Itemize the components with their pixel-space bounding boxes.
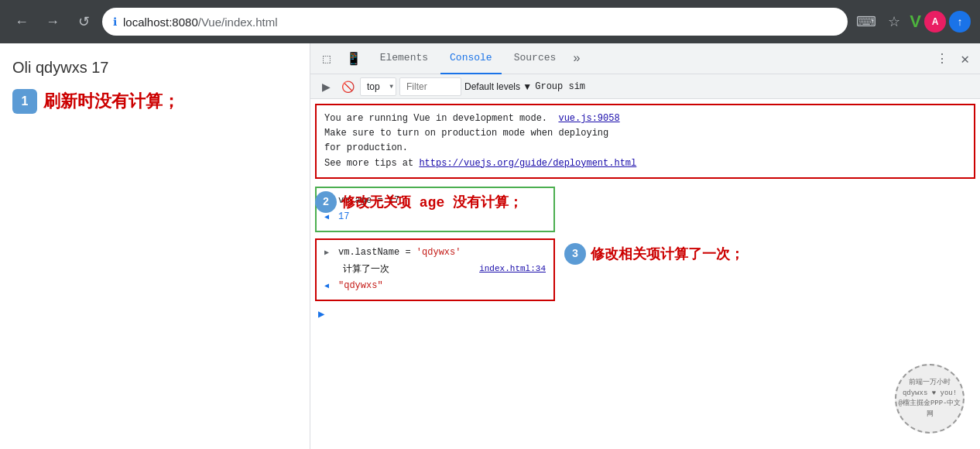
- main-area: Oli qdywxs 17 1 刷新时没有计算； ⬚ 📱 Elements Co…: [0, 43, 980, 449]
- tab-console[interactable]: Console: [440, 43, 502, 74]
- bookmark-icon[interactable]: ☆: [882, 9, 906, 34]
- expand-arrow-2b[interactable]: ◀: [324, 279, 334, 293]
- vue-js-link[interactable]: vue.js:9058: [558, 113, 619, 124]
- devtools-close-button[interactable]: ✕: [956, 50, 974, 67]
- badge-3: 3: [564, 243, 586, 265]
- address-bar[interactable]: ℹ localhost:8080/Vue/index.html: [102, 8, 848, 36]
- vue-line-1: You are running Vue in development mode.…: [324, 111, 966, 126]
- forward-button[interactable]: →: [40, 9, 65, 34]
- translate-icon[interactable]: ⌨: [854, 9, 879, 34]
- console-cmd-lastname: ▶ vm.lastName = 'qdywxs': [324, 245, 546, 262]
- branding-line3: @榴主掘金PPP-中文网: [896, 399, 963, 420]
- annotation-2-text: 修改无关项 age 没有计算；: [341, 193, 523, 211]
- annotation-2: 2 修改无关项 age 没有计算；: [315, 191, 523, 213]
- default-levels-button[interactable]: Default levels ▼: [464, 81, 532, 92]
- annotation-3: 3 修改相关项计算了一次；: [564, 243, 744, 265]
- toolbar-icons: ⌨ ☆ V A ↑: [854, 9, 971, 34]
- vue-line-2: Make sure to turn on production mode whe…: [324, 126, 966, 141]
- branding-line1: 前端一万小时: [909, 378, 951, 389]
- tab-sources[interactable]: Sources: [505, 43, 566, 74]
- reload-button[interactable]: ↺: [71, 9, 96, 34]
- console-prompt: ▶: [310, 304, 980, 324]
- context-select[interactable]: top: [360, 77, 396, 96]
- devtools-menu-icon[interactable]: ⋮: [931, 51, 953, 67]
- back-button[interactable]: ←: [9, 9, 34, 34]
- expand-arrow-1b[interactable]: ◀: [324, 211, 334, 224]
- devtools-topbar: ⬚ 📱 Elements Console Sources » ⋮ ✕: [310, 43, 980, 74]
- annotation-3-text: 修改相关项计算了一次；: [591, 245, 744, 263]
- vue-line-3: for production.: [324, 141, 966, 156]
- page-content: Oli qdywxs 17 1 刷新时没有计算；: [0, 43, 310, 449]
- vuejs-guide-link[interactable]: https://vuejs.org/guide/deployment.html: [419, 158, 636, 169]
- lastname-output: 计算了一次: [343, 262, 389, 279]
- url-domain: localhost: [123, 15, 169, 29]
- device-icon[interactable]: 📱: [340, 48, 368, 70]
- annotation-1: 1 刷新时没有计算；: [12, 89, 297, 114]
- page-title: Oli qdywxs 17: [12, 59, 297, 77]
- branding-watermark: 前端一万小时 qdywxs ♥ you! @榴主掘金PPP-中文网: [895, 364, 965, 434]
- tab-elements[interactable]: Elements: [371, 43, 437, 74]
- url-port: :8080: [169, 15, 198, 29]
- index-html-link[interactable]: index.html:34: [479, 262, 546, 277]
- vue-info-message: You are running Vue in development mode.…: [315, 104, 975, 179]
- console-toolbar: ▶ 🚫 top Default levels ▼ Group sim: [310, 74, 980, 99]
- badge-2: 2: [315, 191, 337, 213]
- annotation-1-text: 刷新时没有计算；: [43, 90, 180, 113]
- vue-line-4: See more tips at https://vuejs.org/guide…: [324, 156, 966, 171]
- devtools-panel: ⬚ 📱 Elements Console Sources » ⋮ ✕ ▶ 🚫 t…: [310, 43, 980, 449]
- context-select-wrapper: top: [360, 77, 396, 96]
- more-tabs-icon[interactable]: »: [568, 52, 585, 66]
- lastname-command: vm.lastName = 'qdywxs': [338, 245, 461, 262]
- filter-input[interactable]: [399, 77, 461, 96]
- prompt-arrow: ▶: [318, 307, 324, 320]
- info-icon: ℹ: [113, 15, 117, 28]
- group-sim-label: Group sim: [535, 81, 585, 92]
- clear-console-button[interactable]: ▶: [317, 77, 335, 96]
- console-output-lastname: 计算了一次 index.html:34: [324, 262, 546, 279]
- browser-chrome: ← → ↺ ℹ localhost:8080/Vue/index.html ⌨ …: [0, 0, 980, 43]
- url-text: localhost:8080/Vue/index.html: [123, 15, 278, 29]
- branding-line2: qdywxs ♥ you!: [903, 389, 957, 399]
- lastname-result: "qdywxs": [338, 278, 383, 295]
- update-button[interactable]: ↑: [949, 11, 971, 33]
- console-output: You are running Vue in development mode.…: [310, 99, 980, 449]
- block-button[interactable]: 🚫: [338, 77, 357, 96]
- url-path: /Vue/index.html: [198, 15, 278, 29]
- expand-arrow-2[interactable]: ▶: [324, 246, 334, 260]
- vue-extension-icon[interactable]: V: [910, 12, 921, 32]
- console-result-lastname: ◀ "qdywxs": [324, 278, 546, 295]
- avatar: A: [924, 11, 946, 33]
- badge-1: 1: [12, 89, 37, 114]
- cursor-icon[interactable]: ⬚: [317, 48, 337, 70]
- console-entry-lastname: ▶ vm.lastName = 'qdywxs' 计算了一次 index.htm…: [315, 238, 555, 301]
